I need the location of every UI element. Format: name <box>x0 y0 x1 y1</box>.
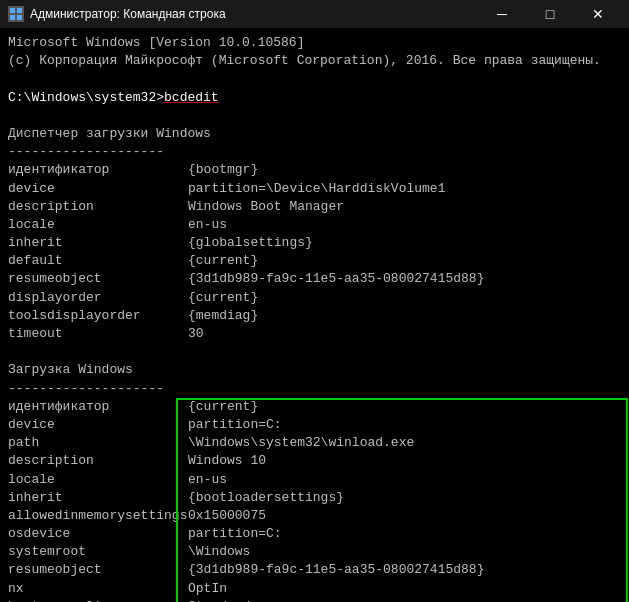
kv2-bootmenupolicy: bootmenupolicyStandard <box>8 598 621 602</box>
line-1: Microsoft Windows [Version 10.0.10586] <box>8 34 621 52</box>
kv-timeout: timeout30 <box>8 325 621 343</box>
kv2-resumeobject: resumeobject{3d1db989-fa9c-11e5-aa35-080… <box>8 561 621 579</box>
svg-rect-1 <box>17 8 22 13</box>
line-section2-sep: -------------------- <box>8 380 621 398</box>
kv2-locale: localeen-us <box>8 471 621 489</box>
app-icon <box>8 6 24 22</box>
kv2-description: descriptionWindows 10 <box>8 452 621 470</box>
svg-rect-3 <box>17 15 22 20</box>
line-section1-sep: -------------------- <box>8 143 621 161</box>
title-bar: Администратор: Командная строка ─ □ ✕ <box>0 0 629 28</box>
kv2-device: devicepartition=C: <box>8 416 621 434</box>
title-bar-controls: ─ □ ✕ <box>479 0 621 28</box>
kv2-identifier: идентификатор{current} <box>8 398 621 416</box>
window: Администратор: Командная строка ─ □ ✕ Mi… <box>0 0 629 602</box>
minimize-button[interactable]: ─ <box>479 0 525 28</box>
maximize-button[interactable]: □ <box>527 0 573 28</box>
kv2-allowedinmemorysettings: allowedinmemorysettings0x15000075 <box>8 507 621 525</box>
line-3 <box>8 70 621 88</box>
svg-rect-2 <box>10 15 15 20</box>
line-blank1 <box>8 107 621 125</box>
kv2-nx: nxOptIn <box>8 580 621 598</box>
kv-resumeobject1: resumeobject{3d1db989-fa9c-11e5-aa35-080… <box>8 270 621 288</box>
window-title: Администратор: Командная строка <box>30 7 479 21</box>
line-blank2 <box>8 343 621 361</box>
kv2-path: path\Windows\system32\winload.exe <box>8 434 621 452</box>
line-2: (с) Корпорация Майкрософт (Microsoft Cor… <box>8 52 621 70</box>
kv2-osdevice: osdevicepartition=C: <box>8 525 621 543</box>
close-button[interactable]: ✕ <box>575 0 621 28</box>
kv-description1: descriptionWindows Boot Manager <box>8 198 621 216</box>
kv-displayorder: displayorder{current} <box>8 289 621 307</box>
kv-default: default{current} <box>8 252 621 270</box>
svg-rect-0 <box>10 8 15 13</box>
terminal-content[interactable]: Microsoft Windows [Version 10.0.10586] (… <box>0 28 629 602</box>
kv-toolsdisplayorder: toolsdisplayorder{memdiag} <box>8 307 621 325</box>
kv2-inherit: inherit{bootloadersettings} <box>8 489 621 507</box>
kv-inherit1: inherit{globalsettings} <box>8 234 621 252</box>
line-section2-header: Загрузка Windows <box>8 361 621 379</box>
kv-identifier1: идентификатор{bootmgr} <box>8 161 621 179</box>
kv2-systemroot: systemroot\Windows <box>8 543 621 561</box>
line-cmd: C:\Windows\system32>bcdedit <box>8 89 621 107</box>
line-section1-header: Диспетчер загрузки Windows <box>8 125 621 143</box>
kv-device1: devicepartition=\Device\HarddiskVolume1 <box>8 180 621 198</box>
kv-locale1: localeen-us <box>8 216 621 234</box>
